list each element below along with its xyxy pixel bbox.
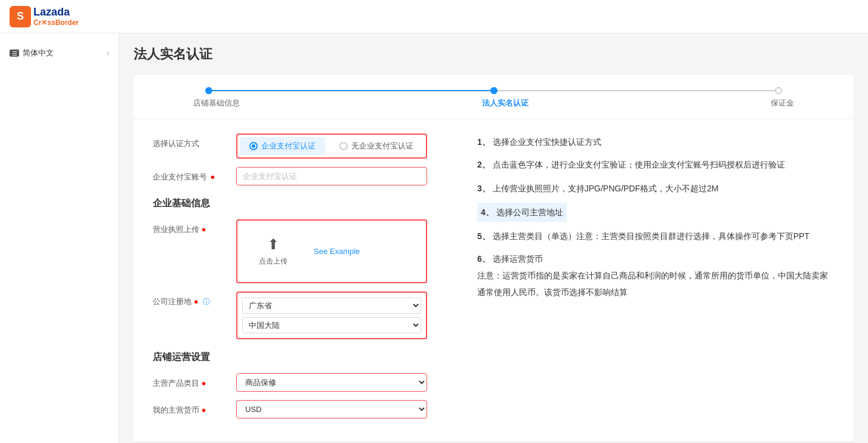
instruction-2: 2、 点击蓝色字体，进行企业支付宝验证；使用企业支付宝账号扫码授权后进行验证 bbox=[477, 156, 835, 173]
instruction-1: 1、 选择企业支付宝快捷认证方式 bbox=[477, 134, 835, 150]
steps-container: 店铺基础信息 法人实名认证 保证金 bbox=[134, 75, 854, 118]
auth-no-alipay-label: 无企业支付宝认证 bbox=[351, 141, 413, 151]
main-content: 法人实名认证 店铺基 bbox=[119, 33, 868, 443]
currency-label: 我的主营货币 ● bbox=[153, 400, 236, 416]
instr-1-number: 1、 bbox=[477, 137, 490, 147]
auth-alipay-button[interactable]: 企业支付宝认证 bbox=[240, 137, 325, 155]
two-col-layout: 选择认证方式 企业支付宝认证 bbox=[153, 134, 835, 427]
instr-6-text: 选择运营货币注意：运营货币指的是卖家在计算自己商品和利润的时候，通常所用的货币单… bbox=[477, 254, 828, 297]
instr-4-number: 4、 bbox=[481, 207, 494, 217]
company-location-row: 公司注册地 ● ⓘ 广东省 bbox=[153, 292, 463, 339]
alipay-account-input[interactable] bbox=[236, 167, 427, 185]
step-labels: 店铺基础信息 法人实名认证 保证金 bbox=[157, 94, 830, 109]
currency-control: USD bbox=[236, 400, 427, 419]
auth-alipay-label: 企业支付宝认证 bbox=[261, 141, 316, 151]
license-upload-control: ⬆ 点击上传 See Example bbox=[236, 219, 427, 283]
alipay-required: ● bbox=[208, 172, 215, 181]
logo-text: Lazada Cr✕ssBorder bbox=[33, 6, 79, 27]
license-label: 营业执照上传 ● bbox=[153, 219, 236, 235]
see-example-link[interactable]: See Example bbox=[314, 247, 360, 256]
step-line-1 bbox=[212, 90, 490, 91]
step-2 bbox=[490, 87, 498, 94]
company-location-label: 公司注册地 ● ⓘ bbox=[153, 292, 236, 307]
logo-crossborder: Cr✕ssBorder bbox=[33, 18, 79, 27]
auth-method-label: 选择认证方式 bbox=[153, 134, 236, 149]
instr-5-number: 5、 bbox=[477, 231, 490, 241]
category-label: 主营产品类目 ● bbox=[153, 373, 236, 389]
language-icon: ☰ bbox=[10, 49, 19, 57]
alipay-account-control bbox=[236, 167, 427, 185]
instr-6-number: 6、 bbox=[477, 254, 490, 264]
auth-method-row: 选择认证方式 企业支付宝认证 bbox=[153, 134, 463, 159]
currency-select[interactable]: USD bbox=[236, 400, 427, 419]
upload-box: ⬆ 点击上传 See Example bbox=[236, 219, 427, 283]
location-info-icon: ⓘ bbox=[203, 298, 210, 306]
category-select[interactable]: 商品保修 bbox=[236, 373, 427, 392]
auth-no-alipay-button[interactable]: 无企业支付宝认证 bbox=[330, 137, 423, 155]
alipay-account-row: 企业支付宝账号 ● bbox=[153, 167, 463, 185]
radio-selected-icon bbox=[249, 142, 258, 150]
step-2-label: 法人实名认证 bbox=[482, 98, 529, 109]
instr-4-text: 选择公司主营地址 bbox=[496, 207, 563, 217]
header: S Lazada Cr✕ssBorder bbox=[0, 0, 868, 33]
upload-text: 点击上传 bbox=[259, 256, 288, 267]
logo: S Lazada Cr✕ssBorder bbox=[10, 6, 79, 27]
instr-2-text: 点击蓝色字体，进行企业支付宝验证；使用企业支付宝账号扫码授权后进行验证 bbox=[493, 160, 785, 169]
upload-icon: ⬆ bbox=[267, 236, 279, 253]
region-select[interactable]: 中国大陆 bbox=[242, 317, 421, 333]
sidebar: ☰ 简体中文 › bbox=[0, 33, 119, 443]
instruction-3: 3、 上传营业执照照片，支持JPG/PNG/PDF格式，大小不超过2M bbox=[477, 180, 835, 197]
auth-buttons-group: 企业支付宝认证 无企业支付宝认证 bbox=[236, 134, 427, 159]
category-row: 主营产品类目 ● 商品保修 bbox=[153, 373, 463, 392]
instr-1-text: 选择企业支付宝快捷认证方式 bbox=[493, 137, 601, 147]
instruction-4: 4、 选择公司主营地址 bbox=[477, 203, 835, 222]
form-column: 选择认证方式 企业支付宝认证 bbox=[153, 134, 463, 427]
instruction-6: 6、 选择运营货币注意：运营货币指的是卖家在计算自己商品和利润的时候，通常所用的… bbox=[477, 250, 835, 301]
instructions-column: 1、 选择企业支付宝快捷认证方式 2、 点击蓝色字体，进行企业支付宝验证；使用企… bbox=[463, 134, 835, 427]
instruction-5: 5、 选择主营类目（单选）注意：主营类目按照类目群进行选择，具体操作可参考下页P… bbox=[477, 228, 835, 244]
province-row: 广东省 bbox=[242, 298, 421, 314]
province-select[interactable]: 广东省 bbox=[242, 298, 421, 314]
alipay-account-label: 企业支付宝账号 ● bbox=[153, 167, 236, 182]
radio-unselected-icon bbox=[339, 142, 348, 150]
company-section-title: 企业基础信息 bbox=[153, 197, 463, 210]
layout: ☰ 简体中文 › 法人实名认证 bbox=[0, 33, 868, 443]
step-2-dot bbox=[490, 87, 498, 94]
instr-2-number: 2、 bbox=[477, 160, 490, 169]
chevron-right-icon: › bbox=[107, 49, 109, 57]
currency-row: 我的主营货币 ● USD bbox=[153, 400, 463, 419]
license-upload-row: 营业执照上传 ● ⬆ 点击上传 See Example bbox=[153, 219, 463, 283]
step-1-label: 店铺基础信息 bbox=[193, 98, 240, 109]
region-row: 中国大陆 bbox=[242, 317, 421, 333]
step-3 bbox=[775, 87, 782, 94]
form-area: 选择认证方式 企业支付宝认证 bbox=[134, 119, 854, 441]
upload-trigger[interactable]: ⬆ 点击上传 bbox=[247, 230, 299, 272]
radio-inner-dot bbox=[252, 144, 255, 148]
auth-method-control: 企业支付宝认证 无企业支付宝认证 bbox=[236, 134, 427, 159]
step-3-label: 保证金 bbox=[771, 98, 794, 109]
language-selector[interactable]: ☰ 简体中文 › bbox=[0, 43, 119, 63]
page-title: 法人实名认证 bbox=[134, 45, 854, 63]
store-section-title: 店铺运营设置 bbox=[153, 351, 463, 364]
company-location-control: 广东省 中国大陆 bbox=[236, 292, 427, 339]
instr-3-text: 上传营业执照照片，支持JPG/PNG/PDF格式，大小不超过2M bbox=[493, 184, 719, 193]
location-select-group: 广东省 中国大陆 bbox=[236, 292, 427, 339]
step-1 bbox=[205, 87, 212, 94]
language-left: ☰ 简体中文 bbox=[10, 48, 54, 58]
category-control: 商品保修 bbox=[236, 373, 427, 392]
language-label: 简体中文 bbox=[23, 48, 54, 58]
step-1-dot bbox=[205, 87, 212, 94]
step-line-2 bbox=[498, 90, 776, 91]
instr-4-highlight: 4、 选择公司主营地址 bbox=[477, 203, 567, 222]
step-3-dot bbox=[775, 87, 782, 94]
logo-lazada: Lazada bbox=[33, 6, 79, 19]
instr-3-number: 3、 bbox=[477, 184, 490, 193]
instr-5-text: 选择主营类目（单选）注意：主营类目按照类目群进行选择，具体操作可参考下页PPT bbox=[493, 231, 810, 241]
logo-icon: S bbox=[10, 6, 31, 27]
